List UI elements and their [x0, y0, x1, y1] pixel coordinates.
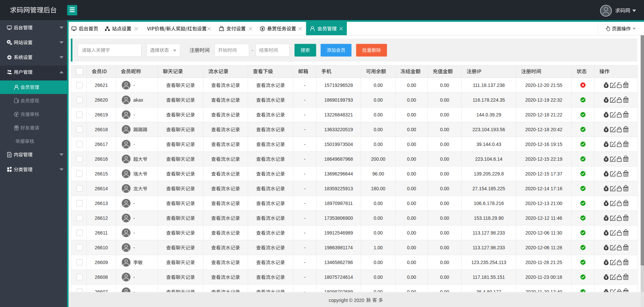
svg-text:13226848321: 13226848321 — [324, 112, 353, 117]
svg-text:2020-12-18 21:22: 2020-12-18 21:22 — [525, 112, 562, 117]
svg-text:0.00: 0.00 — [374, 97, 383, 103]
svg-text:0.00: 0.00 — [374, 230, 383, 236]
svg-text:0.00: 0.00 — [407, 260, 416, 265]
svg-text:0.00: 0.00 — [440, 215, 449, 221]
svg-text:19863981174: 19863981174 — [324, 245, 353, 250]
svg-text:-: - — [133, 112, 135, 117]
svg-text:0.00: 0.00 — [374, 142, 383, 147]
svg-text:223.104.6.14: 223.104.6.14 — [475, 156, 502, 162]
svg-text:-: - — [133, 142, 135, 147]
svg-text:0.00: 0.00 — [407, 112, 416, 117]
svg-text:2020-12-06 11:28: 2020-12-06 11:28 — [526, 245, 562, 250]
svg-text:-: - — [304, 215, 306, 221]
svg-text:0.00: 0.00 — [440, 171, 449, 176]
svg-text:0.00: 0.00 — [407, 201, 416, 206]
svg-text:18970987811: 18970987811 — [324, 201, 353, 206]
svg-text:0.00: 0.00 — [407, 97, 416, 103]
svg-text:116.178.224.35: 116.178.224.35 — [473, 97, 505, 103]
svg-text:-: - — [304, 201, 306, 206]
svg-text:-: - — [304, 260, 306, 265]
svg-text:0.00: 0.00 — [440, 156, 449, 162]
svg-text:26616: 26616 — [95, 156, 108, 162]
svg-text:2020-12-16 19:15: 2020-12-16 19:15 — [525, 142, 562, 147]
svg-text:0.00: 0.00 — [407, 245, 416, 250]
svg-text:0.00: 0.00 — [374, 127, 383, 132]
svg-text:113.127.98.233: 113.127.98.233 — [473, 230, 505, 236]
svg-text:106.6.178.216: 106.6.178.216 — [474, 201, 504, 206]
svg-text:15019973504: 15019973504 — [324, 142, 353, 147]
svg-text:-: - — [133, 215, 135, 221]
svg-text:-: - — [133, 274, 135, 280]
svg-text:2020-12-12 11:46: 2020-12-12 11:46 — [526, 215, 562, 221]
svg-text:26615: 26615 — [95, 171, 108, 176]
svg-text:0.00: 0.00 — [440, 260, 449, 265]
svg-text:0.00: 0.00 — [374, 83, 383, 88]
svg-text:0.00: 0.00 — [440, 274, 449, 280]
svg-text:0.00: 0.00 — [440, 112, 449, 117]
svg-text:2020-12-14 17:16: 2020-12-14 17:16 — [525, 186, 562, 191]
svg-text:-: - — [133, 245, 135, 250]
svg-text:0.00: 0.00 — [440, 97, 449, 103]
svg-text:akax: akax — [133, 97, 144, 103]
svg-text:0.00: 0.00 — [407, 142, 416, 147]
svg-text:0.00: 0.00 — [407, 274, 416, 280]
svg-text:27.154.185.225: 27.154.185.225 — [473, 186, 505, 191]
svg-text:0.00: 0.00 — [440, 245, 449, 250]
svg-text:26609: 26609 — [95, 260, 108, 265]
svg-text:2020-12-15 22:19: 2020-12-15 22:19 — [525, 156, 562, 162]
svg-text:26613: 26613 — [95, 201, 108, 206]
svg-text:153.118.29.90: 153.118.29.90 — [474, 215, 504, 221]
svg-text:17353806900: 17353806900 — [324, 215, 353, 221]
svg-text:2020-11-23 00:18: 2020-11-23 00:18 — [526, 274, 562, 280]
svg-text:2020-12-20 21:55: 2020-12-20 21:55 — [525, 83, 562, 88]
svg-text:1.00: 1.00 — [374, 245, 383, 250]
svg-text:0.00: 0.00 — [374, 112, 383, 117]
svg-text:15719296528: 15719296528 — [324, 83, 353, 88]
svg-text:0.00: 0.00 — [440, 230, 449, 236]
svg-text:18690199793: 18690199793 — [324, 97, 353, 103]
svg-text:2020-12-13 21:00: 2020-12-13 21:00 — [525, 201, 562, 206]
svg-text:0.00: 0.00 — [407, 215, 416, 221]
svg-text:-: - — [252, 48, 254, 53]
svg-text:-: - — [133, 230, 135, 236]
svg-text:-: - — [304, 97, 306, 103]
svg-text:26608: 26608 — [95, 274, 108, 280]
svg-text:-: - — [304, 83, 306, 88]
svg-text:0.00: 0.00 — [440, 142, 449, 147]
svg-text:0.00: 0.00 — [374, 260, 383, 265]
svg-text:0.00: 0.00 — [374, 274, 383, 280]
svg-text:26618: 26618 — [95, 127, 108, 132]
svg-text:113.127.98.233: 113.127.98.233 — [473, 245, 505, 250]
svg-text:0.00: 0.00 — [407, 127, 416, 132]
svg-text:0.00: 0.00 — [407, 230, 416, 236]
svg-text:13633220519: 13633220519 — [324, 127, 353, 132]
svg-text:2020-11-28 21:25: 2020-11-28 21:25 — [526, 260, 562, 265]
svg-text:-: - — [304, 112, 306, 117]
svg-text:111.18.137.238: 111.18.137.238 — [473, 83, 505, 88]
svg-text:0.00: 0.00 — [407, 83, 416, 88]
svg-text:26617: 26617 — [95, 142, 108, 147]
svg-text:2020-12-19 22:32: 2020-12-19 22:32 — [525, 97, 562, 103]
svg-text:26619: 26619 — [95, 112, 108, 117]
svg-text:26612: 26612 — [95, 215, 108, 221]
svg-text:223.104.193.56: 223.104.193.56 — [473, 127, 505, 132]
svg-text:0.00: 0.00 — [407, 171, 416, 176]
svg-text:144.0.39.29: 144.0.39.29 — [476, 112, 501, 117]
svg-text:copyright © 2020: copyright © 2020 — [329, 298, 364, 303]
svg-text:26611: 26611 — [95, 230, 108, 236]
svg-text:18075724614: 18075724614 — [324, 274, 353, 280]
svg-text:0.00: 0.00 — [440, 201, 449, 206]
svg-text:-: - — [133, 201, 135, 206]
svg-text:-: - — [304, 127, 306, 132]
svg-text:139.205.229.8: 139.205.229.8 — [474, 171, 504, 176]
svg-text:0.00: 0.00 — [440, 127, 449, 132]
svg-text:19912546989: 19912546989 — [324, 230, 353, 236]
svg-text:0.00: 0.00 — [440, 83, 449, 88]
svg-text:-: - — [304, 230, 306, 236]
svg-text:123.235.254.113: 123.235.254.113 — [471, 260, 506, 265]
svg-text:13465862786: 13465862786 — [324, 260, 353, 265]
svg-text:26614: 26614 — [95, 186, 108, 191]
svg-text:39.144.0.43: 39.144.0.43 — [476, 142, 501, 147]
svg-text:26621: 26621 — [95, 83, 108, 88]
svg-text:-: - — [304, 142, 306, 147]
